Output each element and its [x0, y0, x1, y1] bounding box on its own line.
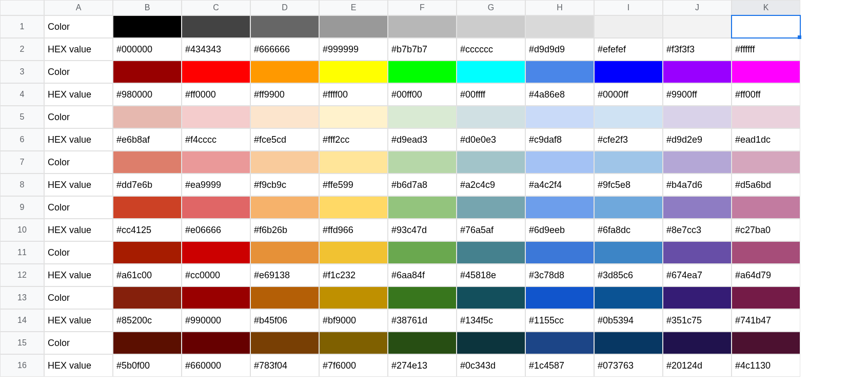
hex-cell[interactable]: #a2c4c9	[457, 174, 525, 196]
hex-cell[interactable]: #a61c00	[113, 264, 182, 286]
color-swatch[interactable]	[388, 106, 457, 128]
hex-cell[interactable]: #f4cccc	[182, 128, 250, 151]
hex-cell[interactable]: #351c75	[663, 309, 732, 332]
row-header-11[interactable]: 11	[0, 241, 44, 264]
color-swatch[interactable]	[113, 241, 182, 264]
color-swatch[interactable]	[388, 286, 457, 309]
color-swatch[interactable]	[388, 15, 457, 38]
color-swatch[interactable]	[250, 106, 319, 128]
label-hex[interactable]: HEX value	[44, 174, 113, 196]
label-hex[interactable]: HEX value	[44, 128, 113, 151]
color-swatch[interactable]	[594, 286, 663, 309]
hex-cell[interactable]: #e69138	[250, 264, 319, 286]
hex-cell[interactable]: #3d85c6	[594, 264, 663, 286]
column-header-b[interactable]: B	[113, 0, 182, 15]
row-header-2[interactable]: 2	[0, 38, 44, 61]
color-swatch[interactable]	[594, 15, 663, 38]
color-swatch[interactable]	[663, 241, 732, 264]
hex-cell[interactable]: #6aa84f	[388, 264, 457, 286]
hex-cell[interactable]: #073763	[594, 354, 663, 377]
hex-cell[interactable]: #cfe2f3	[594, 128, 663, 151]
row-header-8[interactable]: 8	[0, 174, 44, 196]
color-swatch[interactable]	[732, 196, 800, 219]
spreadsheet-grid[interactable]: ABCDEFGHIJK1Color2HEX value#000000#43434…	[0, 0, 868, 377]
color-swatch[interactable]	[663, 196, 732, 219]
color-swatch[interactable]	[732, 151, 800, 174]
color-swatch[interactable]	[388, 61, 457, 83]
color-swatch[interactable]	[525, 106, 594, 128]
color-swatch[interactable]	[319, 15, 388, 38]
column-header-c[interactable]: C	[182, 0, 250, 15]
hex-cell[interactable]: #134f5c	[457, 309, 525, 332]
color-swatch[interactable]	[113, 61, 182, 83]
hex-cell[interactable]: #ff9900	[250, 83, 319, 106]
color-swatch[interactable]	[388, 196, 457, 219]
color-swatch[interactable]	[457, 286, 525, 309]
hex-cell[interactable]: #d9d9d9	[525, 38, 594, 61]
hex-cell[interactable]: #c9daf8	[525, 128, 594, 151]
color-swatch[interactable]	[663, 286, 732, 309]
hex-cell[interactable]: #e6b8af	[113, 128, 182, 151]
color-swatch[interactable]	[525, 196, 594, 219]
color-swatch[interactable]	[113, 286, 182, 309]
hex-cell[interactable]: #f9cb9c	[250, 174, 319, 196]
color-swatch[interactable]	[319, 151, 388, 174]
hex-cell[interactable]: #6fa8dc	[594, 219, 663, 241]
color-swatch[interactable]	[457, 196, 525, 219]
select-all-corner[interactable]	[0, 0, 44, 15]
color-swatch[interactable]	[594, 332, 663, 354]
label-hex[interactable]: HEX value	[44, 219, 113, 241]
color-swatch[interactable]	[388, 241, 457, 264]
hex-cell[interactable]: #00ff00	[388, 83, 457, 106]
color-swatch[interactable]	[663, 106, 732, 128]
hex-cell[interactable]: #93c47d	[388, 219, 457, 241]
column-header-f[interactable]: F	[388, 0, 457, 15]
label-hex[interactable]: HEX value	[44, 354, 113, 377]
color-swatch[interactable]	[525, 332, 594, 354]
color-swatch[interactable]	[250, 241, 319, 264]
color-swatch[interactable]	[250, 286, 319, 309]
color-swatch[interactable]	[113, 151, 182, 174]
hex-cell[interactable]: #45818e	[457, 264, 525, 286]
hex-cell[interactable]: #fce5cd	[250, 128, 319, 151]
row-header-9[interactable]: 9	[0, 196, 44, 219]
hex-cell[interactable]: #783f04	[250, 354, 319, 377]
color-swatch[interactable]	[319, 241, 388, 264]
color-swatch[interactable]	[250, 15, 319, 38]
hex-cell[interactable]: #cc0000	[182, 264, 250, 286]
hex-cell[interactable]: #7f6000	[319, 354, 388, 377]
color-swatch[interactable]	[319, 61, 388, 83]
color-swatch[interactable]	[113, 15, 182, 38]
hex-cell[interactable]: #d9d2e9	[663, 128, 732, 151]
color-swatch[interactable]	[388, 151, 457, 174]
color-swatch[interactable]	[525, 61, 594, 83]
row-header-10[interactable]: 10	[0, 219, 44, 241]
hex-cell[interactable]: #f1c232	[319, 264, 388, 286]
hex-cell[interactable]: #4c1130	[732, 354, 800, 377]
color-swatch[interactable]	[732, 15, 800, 38]
label-color[interactable]: Color	[44, 196, 113, 219]
color-swatch[interactable]	[182, 15, 250, 38]
color-swatch[interactable]	[594, 61, 663, 83]
hex-cell[interactable]: #ff00ff	[732, 83, 800, 106]
hex-cell[interactable]: #8e7cc3	[663, 219, 732, 241]
hex-cell[interactable]: #666666	[250, 38, 319, 61]
hex-cell[interactable]: #ffd966	[319, 219, 388, 241]
color-swatch[interactable]	[525, 241, 594, 264]
color-swatch[interactable]	[182, 286, 250, 309]
hex-cell[interactable]: #85200c	[113, 309, 182, 332]
hex-cell[interactable]: #1c4587	[525, 354, 594, 377]
color-swatch[interactable]	[732, 106, 800, 128]
label-color[interactable]: Color	[44, 106, 113, 128]
color-swatch[interactable]	[113, 332, 182, 354]
row-header-5[interactable]: 5	[0, 106, 44, 128]
column-header-k[interactable]: K	[732, 0, 800, 15]
hex-cell[interactable]: #ffe599	[319, 174, 388, 196]
color-swatch[interactable]	[594, 151, 663, 174]
color-swatch[interactable]	[732, 332, 800, 354]
color-swatch[interactable]	[319, 332, 388, 354]
color-swatch[interactable]	[319, 286, 388, 309]
color-swatch[interactable]	[113, 196, 182, 219]
color-swatch[interactable]	[319, 196, 388, 219]
column-header-e[interactable]: E	[319, 0, 388, 15]
